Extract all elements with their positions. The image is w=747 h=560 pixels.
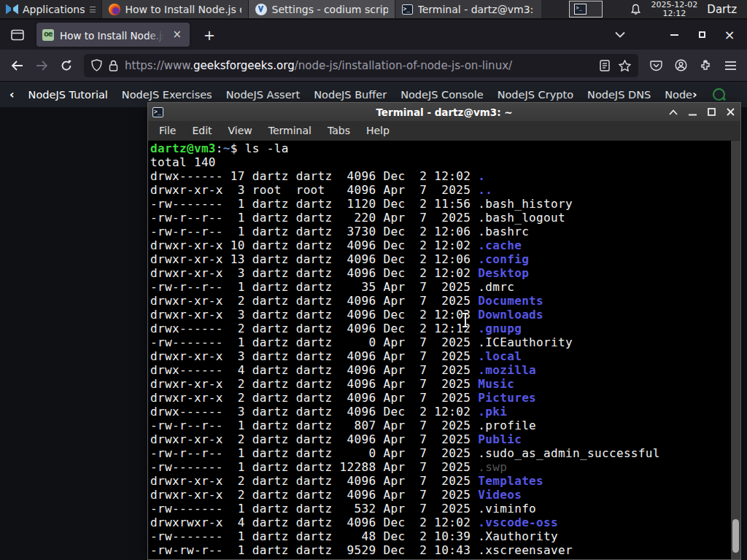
url-text[interactable]: https://www.geeksforgeeks.org/node-js/in… — [125, 59, 593, 72]
desktop: Applications How to Install Node.js o...… — [0, 0, 747, 560]
terminal-line: drwxr-xr-x 2 dartz dartz 4096 Apr 7 2025… — [150, 391, 740, 405]
terminal-line: drwxr-xr-x 2 dartz dartz 4096 Apr 7 2025… — [150, 432, 740, 446]
terminal-line: drwxr-xr-x 2 dartz dartz 4096 Apr 7 2025… — [150, 294, 740, 308]
reload-button[interactable] — [55, 54, 78, 77]
terminal-line: drwx------ 2 dartz dartz 4096 Dec 2 12:1… — [150, 322, 740, 335]
nav-link-node-truncated[interactable]: Node — [665, 89, 692, 101]
nav-scroll-left-chevron[interactable]: ‹ — [9, 88, 15, 101]
applications-label: Applications — [23, 4, 85, 15]
user-menu[interactable]: Dartz — [707, 3, 740, 16]
tab-close-button[interactable]: × — [170, 28, 184, 42]
window-close-button[interactable]: × — [718, 25, 741, 45]
menu-help[interactable]: Help — [360, 122, 396, 139]
terminal-line: -rw-r--r-- 1 dartz dartz 220 Apr 7 2025 … — [150, 211, 740, 225]
pocket-icon[interactable] — [644, 54, 667, 77]
list-all-tabs-button[interactable] — [610, 25, 630, 45]
terminal-line: drwx------ 17 dartz dartz 4096 Dec 2 12:… — [150, 169, 740, 183]
taskbar-window-codium[interactable]: Settings - codium script... — [248, 0, 395, 18]
clock-date: 2025-12-02 — [651, 1, 697, 9]
terminal-line: drwxr-xr-x 3 dartz dartz 4096 Dec 2 12:0… — [150, 308, 740, 322]
taskbar-window-firefox[interactable]: How to Install Node.js o... — [101, 0, 248, 18]
terminal-line: drwxr-xr-x 3 root root 4096 Apr 7 2025 .… — [150, 183, 740, 197]
terminal-line: -rw------- 1 dartz dartz 12288 Apr 7 202… — [150, 460, 740, 474]
ibeam-mouse-cursor — [462, 313, 468, 327]
browser-toolbar: https://www.geeksforgeeks.org/node-js/in… — [0, 50, 747, 82]
terminal-line: dartz@vm3:~$ ls -la — [150, 141, 740, 155]
notification-bell-icon[interactable] — [630, 4, 641, 15]
account-icon[interactable] — [669, 54, 692, 77]
terminal-line: -rw-r--r-- 1 dartz dartz 0 Apr 7 2025 .s… — [150, 446, 740, 460]
menu-hamburger-icon[interactable] — [719, 54, 742, 77]
clock[interactable]: 2025-12-02 12:12 — [651, 1, 697, 18]
terminal-scrollbar[interactable] — [731, 141, 740, 559]
nav-link-nodejs-crypto[interactable]: NodeJS Crypto — [498, 89, 573, 101]
terminal-maximize-button[interactable] — [705, 106, 717, 118]
terminal-line: drwx------ 3 dartz dartz 4096 Dec 2 12:0… — [150, 405, 740, 419]
terminal-line: drwxr-xr-x 2 dartz dartz 4096 Apr 7 2025… — [150, 488, 740, 502]
geeksforgeeks-favicon — [42, 29, 54, 41]
tab-title: How to Install Node.js on Linux — [60, 30, 164, 42]
url-bar[interactable]: https://www.geeksforgeeks.org/node-js/in… — [84, 54, 638, 77]
nav-link-nodejs-exercises[interactable]: NodeJS Exercises — [122, 89, 212, 101]
taskbar-status-area: 2025-12-02 12:12 Dartz — [630, 0, 747, 18]
forward-button[interactable] — [30, 54, 53, 77]
terminal-line: -rw------- 1 dartz dartz 48 Dec 2 10:39 … — [150, 529, 740, 543]
terminal-output-area[interactable]: dartz@vm3:~$ ls -latotal 140drwx------ 1… — [148, 141, 740, 559]
terminal-line: -rw-r--r-- 1 dartz dartz 35 Apr 7 2025 .… — [150, 280, 740, 294]
terminal-line: drwxr-xr-x 3 dartz dartz 4096 Dec 2 12:0… — [150, 266, 740, 280]
extensions-icon[interactable] — [694, 54, 717, 77]
menu-file[interactable]: File — [152, 122, 182, 139]
terminal-line: -rw------- 1 dartz dartz 532 Apr 7 2025 … — [150, 502, 740, 516]
browser-tab-bar: How to Install Node.js on Linux × + × — [0, 20, 747, 50]
applications-menu-button[interactable]: Applications — [0, 0, 101, 18]
url-scheme: https://www. — [125, 59, 193, 72]
terminal-title-bar[interactable]: >_ Terminal - dartz@vm3: ~ — [148, 103, 740, 121]
taskbar-window-title: Settings - codium script... — [272, 4, 388, 15]
nav-link-nodejs-tutorial[interactable]: NodeJS Tutorial — [28, 89, 108, 101]
tracking-shield-icon[interactable] — [91, 59, 102, 71]
taskbar-window-title: Terminal - dartz@vm3: ~ — [418, 4, 535, 15]
taskbar-window-title: How to Install Node.js o... — [125, 4, 241, 15]
bookmark-star-icon[interactable] — [619, 60, 631, 71]
menu-terminal[interactable]: Terminal — [262, 122, 318, 139]
search-icon[interactable] — [711, 87, 727, 103]
system-taskbar: Applications How to Install Node.js o...… — [0, 0, 747, 19]
new-tab-button[interactable]: + — [198, 24, 220, 46]
menu-tabs[interactable]: Tabs — [321, 122, 357, 139]
url-path: /node-js/installation-of-node-js-on-linu… — [295, 59, 512, 72]
nav-link-nodejs-dns[interactable]: NodeJS DNS — [587, 89, 651, 101]
lock-icon[interactable] — [109, 60, 118, 71]
terminal-line: -rw-r--r-- 1 dartz dartz 807 Apr 7 2025 … — [150, 419, 740, 432]
terminal-line: -rw-r--r-- 1 dartz dartz 3730 Dec 2 12:0… — [150, 225, 740, 238]
terminal-line: drwxrwxr-x 4 dartz dartz 4096 Dec 2 12:0… — [150, 516, 740, 529]
terminal-line: drwxr-xr-x 13 dartz dartz 4096 Dec 2 12:… — [150, 252, 740, 266]
menu-lines-icon — [90, 7, 96, 12]
terminal-window-title: Terminal - dartz@vm3: ~ — [148, 106, 740, 118]
xubuntu-logo-icon — [6, 4, 18, 15]
browser-tab-active[interactable]: How to Install Node.js on Linux × — [36, 23, 190, 47]
window-maximize-button[interactable] — [690, 25, 713, 45]
terminal-icon: >_ — [402, 4, 413, 15]
url-domain: geeksforgeeks.org — [193, 59, 295, 72]
firefox-view-button[interactable] — [6, 24, 29, 46]
back-button[interactable] — [5, 54, 28, 77]
workspace-pager[interactable]: >_ — [569, 1, 603, 18]
terminal-line: -rw------- 1 dartz dartz 0 Apr 7 2025 .I… — [150, 335, 740, 349]
nav-link-nodejs-buffer[interactable]: NodeJS Buffer — [314, 89, 387, 101]
terminal-scrollbar-thumb[interactable] — [732, 519, 739, 553]
nav-link-nodejs-console[interactable]: NodeJS Console — [400, 89, 484, 101]
menu-view[interactable]: View — [222, 122, 259, 139]
terminal-shade-button[interactable] — [667, 106, 679, 118]
nav-scroll-right-chevron[interactable]: › — [692, 88, 697, 101]
taskbar-window-terminal[interactable]: >_ Terminal - dartz@vm3: ~ — [395, 0, 541, 18]
terminal-close-button[interactable] — [724, 106, 736, 118]
window-minimize-button[interactable] — [662, 25, 686, 45]
reader-mode-icon[interactable] — [600, 60, 610, 71]
terminal-line: drwxr-xr-x 3 dartz dartz 4096 Apr 7 2025… — [150, 349, 740, 363]
nav-link-nodejs-assert[interactable]: NodeJS Assert — [226, 89, 301, 101]
menu-edit[interactable]: Edit — [185, 122, 218, 139]
terminal-line: -rw------- 1 dartz dartz 1120 Dec 2 11:5… — [150, 197, 740, 211]
terminal-window: >_ Terminal - dartz@vm3: ~ File Edit Vie… — [147, 102, 741, 560]
terminal-minimize-button[interactable] — [686, 106, 698, 118]
vscodium-icon — [255, 4, 267, 15]
